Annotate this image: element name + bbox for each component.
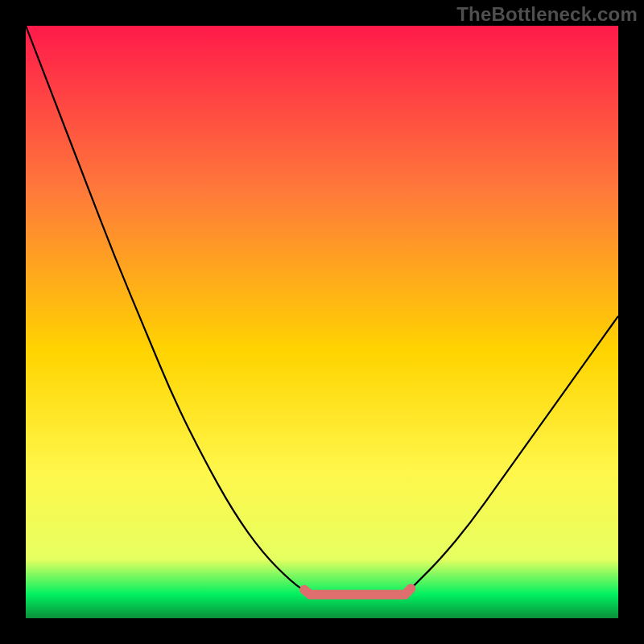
chart-plot <box>26 26 618 618</box>
chart-svg <box>26 26 618 618</box>
watermark-text: TheBottleneck.com <box>456 3 638 26</box>
gradient-background <box>26 26 618 618</box>
chart-frame: TheBottleneck.com <box>0 0 644 644</box>
